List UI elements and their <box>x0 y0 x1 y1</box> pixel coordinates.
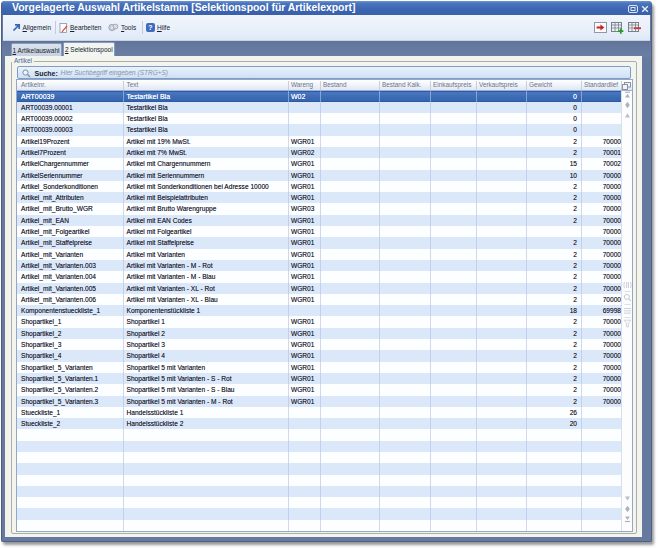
svg-text:?: ? <box>148 24 152 31</box>
